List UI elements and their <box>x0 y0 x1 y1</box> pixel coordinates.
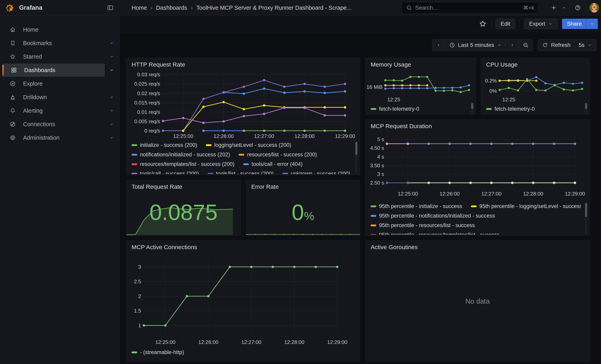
time-forward-button[interactable] <box>506 39 519 51</box>
connections-legend: - (streamable-http) <box>131 347 351 358</box>
legend-item[interactable]: notifications/initialized - success (202… <box>131 152 230 158</box>
sidebar-item-connections[interactable]: Connections <box>2 118 105 131</box>
favorite-star-icon[interactable] <box>479 20 487 28</box>
breadcrumb-item[interactable]: Dashboards <box>156 5 187 11</box>
home-icon <box>10 26 16 33</box>
legend-item[interactable]: fetch-telemetry-0 <box>371 106 419 112</box>
chevron-down-icon[interactable] <box>109 95 114 100</box>
sidebar-item-dashboards[interactable]: Dashboards <box>2 64 105 77</box>
panel-memory-usage: Memory Usage 12:2516 MiB fetch-telemetry… <box>365 58 476 115</box>
svg-text:0.025 req/s: 0.025 req/s <box>134 81 160 87</box>
chevron-down-icon[interactable] <box>109 40 114 46</box>
sidebar-item-label: Dashboards <box>24 67 55 74</box>
legend-item[interactable]: fetch-telemetry-0 <box>486 106 535 112</box>
stat-value: 0% <box>246 201 360 224</box>
legend-scrollbar[interactable] <box>585 202 587 235</box>
cpu-legend: fetch-telemetry-0 <box>486 104 580 114</box>
legend-item[interactable]: 95th percentile - logging/setLevel - suc… <box>471 203 581 209</box>
legend-item[interactable]: tools/call - error (404) <box>243 161 303 167</box>
legend-item[interactable]: tools/list - success (200) <box>208 171 274 174</box>
sidebar-item-label: Home <box>23 26 38 33</box>
zoom-out-icon <box>523 42 529 48</box>
svg-text:12:29:00: 12:29:00 <box>565 191 585 197</box>
legend-item[interactable]: initialize - success (200) <box>131 142 197 148</box>
legend-scrollbar[interactable] <box>355 141 358 173</box>
chevron-down-icon <box>548 21 553 26</box>
legend-item[interactable]: tools/call - success (200) <box>131 171 199 174</box>
user-avatar[interactable] <box>590 3 599 12</box>
svg-text:2.50 s: 2.50 s <box>370 180 384 186</box>
svg-text:12:25:00: 12:25:00 <box>398 191 418 197</box>
divider <box>491 20 491 28</box>
legend-item[interactable]: 95th percentile - notifications/initiali… <box>371 213 495 219</box>
sidebar-item-starred[interactable]: Starred <box>2 50 105 63</box>
chevron-down-icon[interactable] <box>109 68 114 73</box>
svg-text:0.005 req/s: 0.005 req/s <box>134 118 160 124</box>
sidebar-item-explore[interactable]: Explore <box>2 77 105 90</box>
search-input-container[interactable]: ⌘+k <box>402 2 538 13</box>
svg-text:3: 3 <box>138 264 141 270</box>
svg-text:12:27:00: 12:27:00 <box>254 133 274 139</box>
sidebar-item-alerting[interactable]: Alerting <box>2 104 105 117</box>
svg-text:2.5: 2.5 <box>134 279 141 285</box>
plus-icon <box>551 5 557 11</box>
legend-item[interactable]: resources/list - success (200) <box>239 152 317 158</box>
time-range-picker[interactable]: Last 5 minutes <box>445 39 506 51</box>
sidebar-item-bookmarks[interactable]: Bookmarks <box>2 37 105 50</box>
svg-text:3.50 s: 3.50 s <box>370 163 384 168</box>
refresh-button[interactable]: Refresh <box>538 39 574 51</box>
help-button[interactable] <box>573 3 582 12</box>
error-rate-value: 0 <box>292 200 304 225</box>
edit-button[interactable]: Edit <box>496 19 515 29</box>
legend-item[interactable]: unknown - success (200) <box>282 171 351 174</box>
sidebar-item-label: Alerting <box>23 108 42 114</box>
time-back-button[interactable] <box>432 39 445 51</box>
legend-item[interactable]: resources/templates/list - success (200) <box>131 161 234 167</box>
panel-title: MCP Request Duration <box>371 123 432 129</box>
sidebar-item-home[interactable]: Home <box>2 23 105 36</box>
panel-title: Total Request Rate <box>131 183 182 190</box>
sidebar-item-administration[interactable]: Administration <box>2 131 105 144</box>
export-button[interactable]: Export <box>524 19 558 29</box>
svg-text:0%: 0% <box>489 88 497 94</box>
chevron-down-icon[interactable] <box>109 108 114 113</box>
refresh-interval-picker[interactable]: 5s <box>574 39 596 51</box>
legend-scrollbar[interactable] <box>471 103 473 114</box>
panel-http-request-rate: HTTP Request Rate 12:25:0012:26:0012:27:… <box>126 58 360 175</box>
chevron-left-icon <box>436 43 441 48</box>
refresh-group: Refresh 5s <box>538 39 596 51</box>
error-rate-sparkline <box>246 232 360 235</box>
chevron-down-icon <box>590 21 595 26</box>
sidebar-item-label: Bookmarks <box>23 40 52 47</box>
svg-text:5 s: 5 s <box>377 136 384 142</box>
legend-item[interactable]: logging/setLevel - success (200) <box>206 142 291 148</box>
sidebar-item-label: Starred <box>23 53 42 60</box>
legend-item[interactable]: 95th percentile - resources/list - succe… <box>371 222 475 228</box>
chevron-down-icon[interactable] <box>109 135 114 140</box>
legend-item[interactable]: 95th percentile - resources/templates/li… <box>371 232 500 235</box>
legend-scrollbar[interactable] <box>585 103 587 114</box>
search-input[interactable] <box>415 5 520 11</box>
chevron-down-icon[interactable] <box>109 54 114 59</box>
panel-title: HTTP Request Rate <box>131 61 185 68</box>
drilldown-icon <box>10 94 16 100</box>
divider <box>570 3 570 12</box>
svg-text:12:25:00: 12:25:00 <box>173 133 193 139</box>
breadcrumb-item[interactable]: Home <box>131 5 147 11</box>
refresh-interval-label: 5s <box>579 42 584 48</box>
legend-item[interactable]: - (streamable-http) <box>131 349 184 355</box>
legend-item[interactable]: 95th percentile - initialize - success <box>371 203 462 209</box>
breadcrumb-item: ToolHive MCP Server & Proxy Runner Dashb… <box>196 5 351 11</box>
bell-icon <box>10 108 16 114</box>
share-button[interactable]: Share <box>562 19 587 29</box>
error-rate-unit: % <box>304 209 314 222</box>
add-new-chevron-icon[interactable] <box>562 6 566 10</box>
add-new-button[interactable] <box>549 3 558 12</box>
zoom-out-button[interactable] <box>519 39 533 51</box>
panel-cpu-usage: CPU Usage 12:250.2%0% fetch-telemetry-0 <box>481 58 590 115</box>
mcp-active-connections-chart: 12:25:0012:26:0012:27:0012:28:0012:29:00… <box>127 252 358 346</box>
chevron-down-icon[interactable] <box>109 122 114 127</box>
sidebar-toggle-button[interactable] <box>107 0 114 16</box>
sidebar-item-drilldown[interactable]: Drilldown <box>2 91 105 104</box>
share-dropdown-button[interactable] <box>587 19 598 29</box>
